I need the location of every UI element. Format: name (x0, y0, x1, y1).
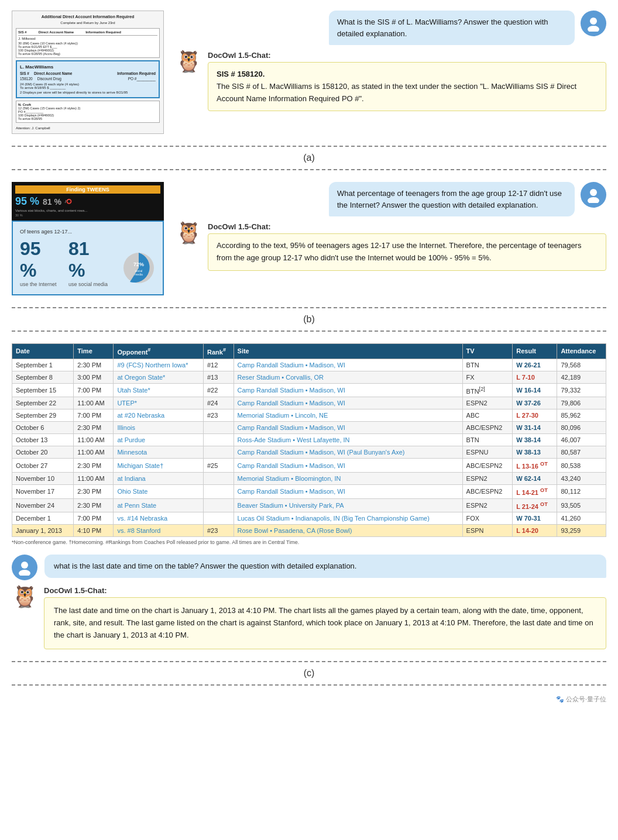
table-cell: 11:00 AM (74, 397, 114, 409)
table-cell: W 70-31 (513, 512, 557, 525)
table-cell (204, 434, 234, 446)
infographic-title: Finding TWEENS (15, 185, 160, 194)
col-info: Information Required (85, 30, 121, 34)
table-cell: 2:30 PM (74, 498, 114, 512)
table-row: January 1, 20134:10 PMvs. #8 Stanford#23… (12, 525, 606, 537)
user-question-a: What is the SIS # of L. MacWilliams? Ans… (329, 11, 575, 45)
table-cell: October 27 (12, 459, 74, 473)
stat1-number: 95 % (20, 238, 60, 281)
table-row: September 297:00 PMat #20 Nebraska#23Mem… (12, 409, 606, 422)
table-row: October 2011:00 AMMinnesotaCamp Randall … (12, 446, 606, 459)
table-cell: Rose Bowl • Pasadena, CA (Rose Bowl) (234, 525, 462, 537)
table-row: October 272:30 PMMichigan State†#25Camp … (12, 459, 606, 473)
docowl-label-b: DocOwl 1.5-Chat: (208, 222, 606, 231)
table-cell: #22 (204, 383, 234, 397)
th-site: Site (234, 344, 462, 359)
table-row: October 1311:00 AMat PurdueRoss-Ade Stad… (12, 434, 606, 446)
table-cell: W 26-21 (513, 359, 557, 371)
divider-b2 (12, 331, 606, 332)
label-c: (c) (0, 668, 618, 679)
schedule-table: Date Time Opponent# Rank# Site TV Result… (12, 343, 606, 537)
table-cell: at Oregon State* (114, 371, 204, 383)
table-cell: #13 (204, 371, 234, 383)
table-cell: October 13 (12, 434, 74, 446)
infographic-container: Finding TWEENS 95 % 81 % /⭕ Various stat… (12, 182, 164, 295)
th-opponent: Opponent# (114, 344, 204, 359)
user-question-c: what is the last date and time on the ta… (44, 555, 606, 578)
table-cell: BTN[2] (462, 383, 513, 397)
table-cell: September 29 (12, 409, 74, 422)
table-cell: #24 (204, 397, 234, 409)
table-cell: ESPN2 (462, 397, 513, 409)
table-cell: Reser Stadium • Corvallis, OR (234, 371, 462, 383)
mac-col-sis: SIS # (20, 71, 29, 75)
ai-answer-text-a: The SIS # of L. MacWilliams is 158120, a… (217, 82, 576, 103)
infographic-misc: Various stat blocks, charts, and content… (15, 209, 160, 212)
table-cell: 2:30 PM (74, 422, 114, 434)
table-cell: December 1 (12, 512, 74, 525)
table-cell: #23 (204, 525, 234, 537)
divider-a (12, 146, 606, 147)
table-cell: 80,096 (557, 422, 606, 434)
ai-answer-b: According to the text, 95% of teenagers … (208, 233, 606, 271)
infographic-stat1-small: 95 % (15, 195, 39, 208)
table-cell: 93,259 (557, 525, 606, 537)
table-cell: 43,240 (557, 472, 606, 484)
table-cell: L 14-21 OT (513, 484, 557, 498)
table-cell (204, 446, 234, 459)
table-cell: 7:00 PM (74, 512, 114, 525)
svg-point-6 (590, 189, 597, 196)
table-cell: Camp Randall Stadium • Madison, WI (234, 359, 462, 371)
table-cell: Memorial Stadium • Bloomington, IN (234, 472, 462, 484)
chat-area-a: What is the SIS # of L. MacWilliams? Ans… (176, 11, 606, 134)
th-attendance: Attendance (557, 344, 606, 359)
table-cell: Ross-Ade Stadium • West Lafayette, IN (234, 434, 462, 446)
user-avatar-a (581, 11, 606, 36)
section-a: Additional Direct Account Information Re… (0, 0, 618, 140)
table-cell: ESPN2 (462, 498, 513, 512)
table-cell: L 14-20 (513, 525, 557, 537)
table-cell: BTN (462, 359, 513, 371)
table-cell: ABC/ESPN2 (462, 459, 513, 473)
table-cell: W 31-14 (513, 422, 557, 434)
macwilliams-sis: 158120 (20, 77, 33, 81)
infographic-circle-label-small: /⭕ (65, 199, 72, 204)
divider-c2 (12, 684, 606, 686)
doc-subtitle: Complete and Return by June 23rd (16, 21, 160, 25)
table-cell: October 6 (12, 422, 74, 434)
table-cell: 41,260 (557, 512, 606, 525)
table-cell: Memorial Stadium • Lincoln, NE (234, 409, 462, 422)
table-row: October 62:30 PMIllinoisCamp Randall Sta… (12, 422, 606, 434)
table-cell: 46,007 (557, 434, 606, 446)
table-cell: 4:10 PM (74, 525, 114, 537)
svg-point-0 (590, 18, 597, 25)
svg-point-8 (21, 562, 28, 569)
table-cell (204, 472, 234, 484)
table-cell: ESPN2 (462, 472, 513, 484)
table-cell: Camp Randall Stadium • Madison, WI (234, 484, 462, 498)
th-date: Date (12, 344, 74, 359)
table-cell: 80,112 (557, 484, 606, 498)
svg-point-7 (588, 197, 599, 203)
table-cell: UTEP* (114, 397, 204, 409)
docowl-label-a: DocOwl 1.5-Chat: (208, 51, 606, 60)
divider-a2 (12, 169, 606, 170)
table-cell: 80,587 (557, 446, 606, 459)
pie-chart: 72% social media (122, 251, 156, 285)
table-cell: #12 (204, 359, 234, 371)
table-cell: 79,332 (557, 383, 606, 397)
table-cell: L 13-16 OT (513, 459, 557, 473)
table-cell: Beaver Stadium • University Park, PA (234, 498, 462, 512)
table-cell (204, 484, 234, 498)
table-cell: #25 (204, 459, 234, 473)
svg-text:72%: 72% (133, 261, 144, 267)
table-cell: 79,568 (557, 359, 606, 371)
table-cell: W 38-14 (513, 434, 557, 446)
table-row: November 1011:00 AMat IndianaMemorial St… (12, 472, 606, 484)
table-cell: BTN (462, 434, 513, 446)
table-row: November 172:30 PMOhio StateCamp Randall… (12, 484, 606, 498)
table-cell: #23 (204, 409, 234, 422)
table-cell (204, 422, 234, 434)
table-cell: 93,505 (557, 498, 606, 512)
table-cell: ABC/ESPN2 (462, 422, 513, 434)
